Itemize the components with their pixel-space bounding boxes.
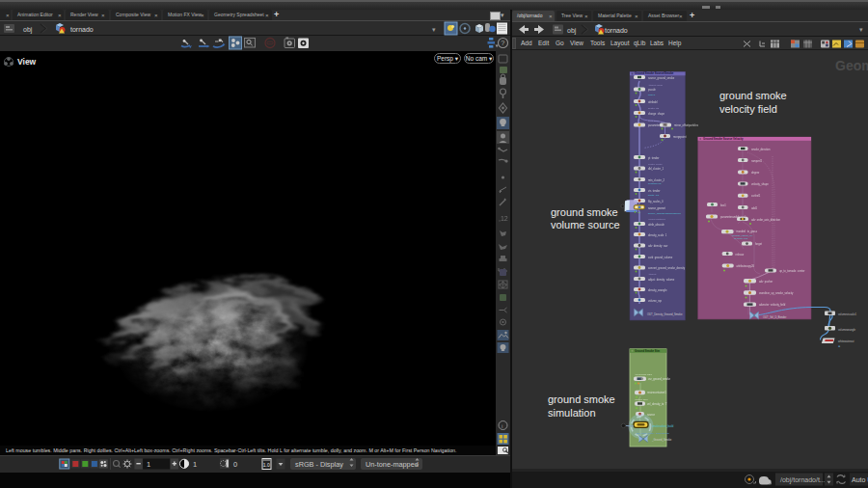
- svg-text:attributecopy26: attributecopy26: [737, 264, 755, 268]
- svg-text:Ground Smoke Source/Smoke: Ground Smoke Source/Smoke: [635, 71, 674, 75]
- svg-text:overdrive_up_smoke_velocity: overdrive_up_smoke_velocity: [759, 291, 794, 295]
- svg-text:?: ?: [501, 39, 504, 47]
- svg-text:Ground Smoke Sim: Ground Smoke Sim: [635, 349, 660, 353]
- svg-text:density_scale_1: density_scale_1: [648, 233, 667, 237]
- svg-text:rampvel1: rampvel1: [751, 159, 763, 163]
- svg-text:Un-tone-mapped: Un-tone-mapped: [366, 460, 419, 469]
- svg-text:sRGB - Display: sRGB - Display: [295, 460, 343, 469]
- svg-text:obj: obj: [567, 27, 577, 35]
- svg-text:Attribute Noise: Attribute Noise: [648, 84, 664, 86]
- svg-text:curb_ground_volume: curb_ground_volume: [648, 256, 673, 259]
- svg-text:/obj/tornado/t...: /obj/tornado/t...: [780, 476, 826, 484]
- svg-text:Ground Smoke Source Velocity: Ground Smoke Source Velocity: [703, 137, 744, 141]
- svg-text:adv_pusher: adv_pusher: [759, 280, 773, 284]
- svg-text:0: 0: [233, 460, 237, 469]
- svg-text:add1: add1: [751, 206, 757, 210]
- svg-text:,12: ,12: [499, 215, 508, 222]
- svg-text:depth=3.5: depth=3.5: [648, 194, 660, 197]
- svg-text:parameterandch: parameterandch: [648, 123, 667, 127]
- svg-text:Scatter Pts: Scatter Pts: [648, 107, 660, 109]
- svg-text:OUT_Vel_D_Bender: OUT_Vel_D_Bender: [763, 315, 787, 319]
- svg-text:up_to_tornado_center: up_to_tornado_center: [779, 269, 804, 273]
- svg-text:smokesolver_build: smokesolver_build: [652, 424, 674, 428]
- svg-text:Volume OUT: Volume OUT: [635, 398, 648, 401]
- svg-text:i: i: [502, 423, 502, 429]
- svg-text:mirror_offsetparticles: mirror_offsetparticles: [674, 123, 699, 127]
- svg-text:advecter_velocity_field: advecter_velocity_field: [759, 303, 786, 307]
- svg-text:smoke_direction: smoke_direction: [751, 148, 771, 151]
- svg-text:source_ground_smoke: source_ground_smoke: [648, 76, 675, 80]
- svg-text:attribdel: attribdel: [648, 100, 658, 104]
- svg-text:Volume Rasterize: Volume Rasterize: [648, 218, 666, 220]
- svg-text:1: 1: [147, 460, 150, 469]
- svg-text:Attribute: Attribute: [648, 273, 657, 275]
- svg-text:volumewrangle: volumewrangle: [838, 328, 856, 332]
- svg-text:volume_rop: volume_rop: [648, 299, 663, 303]
- svg-text:flip_scales_0: flip_scales_0: [648, 200, 664, 203]
- svg-text:volumevisualiz1: volumevisualiz1: [838, 312, 856, 316]
- svg-text:▾: ▾: [859, 26, 863, 33]
- svg-text:charge_shape: charge_shape: [648, 112, 665, 116]
- svg-text:Auto Up: Auto Up: [852, 476, 868, 484]
- svg-text:var_ground_smoke: var_ground_smoke: [648, 377, 671, 381]
- svg-text:box1: box1: [720, 203, 726, 207]
- svg-text:source_gasvdb/JOINTriggers1: source_gasvdb/JOINTriggers1: [648, 212, 681, 215]
- svg-text:vis_tender: vis_tender: [648, 189, 661, 193]
- svg-text:adjust_density_volume: adjust_density_volume: [648, 278, 675, 282]
- svg-text:source_geonet: source_geonet: [648, 206, 665, 210]
- svg-text:adv_density_raw: adv_density_raw: [648, 244, 667, 248]
- svg-text:whitewaterout: whitewaterout: [838, 339, 854, 343]
- svg-text:dynamicVIS: dynamicVIS: [648, 182, 662, 185]
- svg-text:convert_ground_smoke_density: convert_ground_smoke_density: [648, 266, 686, 270]
- svg-text:▾: ▾: [432, 26, 436, 33]
- svg-text:1: 1: [193, 460, 197, 469]
- svg-text:release: release: [736, 253, 745, 257]
- svg-text:mtn_cluster_2: mtn_cluster_2: [648, 178, 665, 182]
- svg-text:Cluster Points: Cluster Points: [648, 163, 663, 165]
- svg-text:lift noise vels: lift noise vels: [734, 237, 748, 240]
- svg-text:degree: degree: [751, 171, 760, 175]
- svg-text:density_wrangle: density_wrangle: [648, 288, 667, 292]
- svg-text:forget: forget: [755, 242, 762, 246]
- svg-text:adv_order_axis_direction: adv_order_axis_direction: [751, 218, 781, 222]
- svg-text:pt_tender: pt_tender: [648, 156, 659, 160]
- svg-text:tornado: tornado: [70, 26, 94, 33]
- svg-text:obj: obj: [23, 26, 33, 34]
- svg-text:_Ground_Smoke: _Ground_Smoke: [651, 438, 672, 442]
- svg-text:mergepoint: mergepoint: [673, 135, 687, 139]
- svg-text:set_initial_fields + DOPobject: set_initial_fields + DOPobjects: [637, 432, 670, 435]
- svg-text:pscale: pscale: [648, 88, 656, 92]
- svg-text:attrib_abscale: attrib_abscale: [648, 223, 665, 227]
- svg-text:AUTO DOP NET: AUTO DOP NET: [635, 373, 652, 376]
- svg-text:vel_density_to_T: vel_density_to_T: [647, 402, 667, 406]
- svg-text:velocity_shape: velocity_shape: [751, 182, 769, 186]
- svg-text:mandrel_to_grass: mandrel_to_grass: [737, 230, 758, 233]
- svg-text:rnd1.5: rnd1.5: [648, 94, 656, 96]
- svg-text:dbl_cluster_1: dbl_cluster_1: [648, 167, 664, 171]
- svg-text:source: source: [647, 413, 656, 417]
- svg-text:curlvel1: curlvel1: [751, 194, 761, 198]
- svg-text:OUT_Density_Ground_Smoke: OUT_Density_Ground_Smoke: [647, 312, 683, 316]
- svg-text:parameterandchannels: parameterandchannels: [720, 215, 747, 219]
- svg-text:Point Relax: Point Relax: [648, 120, 661, 122]
- svg-text:resizecontainer1: resizecontainer1: [647, 391, 666, 394]
- svg-text:⊕: ⊕: [838, 345, 840, 348]
- svg-text:1.0: 1.0: [263, 462, 270, 468]
- svg-text:tornado: tornado: [605, 27, 628, 34]
